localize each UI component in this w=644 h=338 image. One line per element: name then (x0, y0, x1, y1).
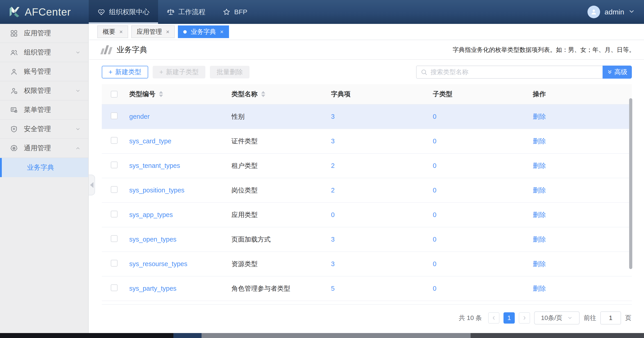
subtype-count-link[interactable]: 0 (433, 211, 436, 218)
row-checkbox[interactable] (111, 260, 118, 266)
user-badge-icon (10, 87, 18, 95)
type-code-link[interactable]: sys_resourse_types (129, 260, 187, 267)
topnav-item-工作流程[interactable]: 工作流程 (158, 0, 214, 24)
page-number-active[interactable]: 1 (504, 312, 515, 323)
type-code-link[interactable]: sys_tenant_types (129, 162, 180, 169)
user-menu[interactable]: admin (588, 0, 644, 24)
row-checkbox[interactable] (111, 137, 118, 144)
tab-概要[interactable]: 概要 × (97, 26, 128, 38)
select-all-checkbox[interactable] (111, 91, 118, 98)
table-scrollbar[interactable] (629, 98, 632, 269)
delete-link[interactable]: 删除 (533, 260, 546, 267)
table-row[interactable]: sys_open_types 页面加载方式 3 0 删除 (102, 227, 632, 252)
table-row[interactable]: sys_resourse_types 资源类型 3 0 删除 (102, 252, 632, 276)
prev-page-button[interactable] (488, 312, 500, 323)
subtype-count-link[interactable]: 0 (433, 113, 436, 120)
search-input[interactable] (416, 66, 602, 79)
goto-label: 前往 (584, 314, 596, 322)
table-row[interactable]: sys_tenant_types 租户类型 2 0 删除 (102, 154, 632, 178)
row-checkbox[interactable] (111, 284, 118, 291)
chevron-down-icon (75, 126, 80, 132)
sort-icon[interactable] (159, 91, 163, 97)
sidebar-item-账号管理[interactable]: 账号管理 (0, 62, 88, 81)
topnav-item-组织权限中心[interactable]: 组织权限中心 (89, 0, 158, 24)
dict-count-link[interactable]: 2 (331, 187, 334, 194)
table-row[interactable]: sys_app_types 应用类型 0 0 删除 (102, 203, 632, 227)
table-row[interactable]: sys_party_types 角色管理参与者类型 5 0 删除 (102, 276, 632, 301)
row-checkbox[interactable] (111, 162, 118, 168)
page-size-select[interactable]: 10条/页 (534, 311, 580, 324)
close-icon[interactable]: × (119, 29, 123, 35)
row-checkbox[interactable] (111, 235, 118, 242)
tab-业务字典[interactable]: 业务字典 × (178, 26, 229, 38)
type-code-link[interactable]: sys_app_types (129, 211, 173, 218)
dict-count-link[interactable]: 0 (331, 211, 334, 218)
sidebar-item-business-dictionary[interactable]: 业务字典 (0, 158, 88, 177)
dict-count-link[interactable]: 2 (331, 162, 334, 169)
type-code-link[interactable]: sys_position_types (129, 187, 184, 194)
scale-icon (167, 8, 175, 16)
pagination: 共 10 条 1 10条/页 前往 页 (89, 305, 644, 324)
table-row[interactable]: sys_position_types 岗位类型 2 0 删除 (102, 178, 632, 203)
column-header-subtypes: 子类型 (433, 90, 533, 99)
brand[interactable]: AFCenter (0, 0, 89, 24)
table-row[interactable]: sys_card_type 证件类型 3 0 删除 (102, 129, 632, 154)
toolbar: + 新建类型 + 新建子类型 批量删除 高级 (89, 60, 644, 79)
delete-link[interactable]: 删除 (533, 113, 546, 120)
heart-icon (97, 8, 106, 16)
column-header-type-name[interactable]: 类型名称 (232, 90, 331, 99)
batch-delete-button[interactable]: 批量删除 (210, 66, 250, 78)
delete-link[interactable]: 删除 (533, 236, 546, 243)
chevron-down-icon (629, 9, 634, 15)
sidebar-item-权限管理[interactable]: 权限管理 (0, 81, 88, 101)
type-name: 岗位类型 (232, 186, 331, 195)
type-code-link[interactable]: sys_card_type (129, 137, 171, 145)
dict-count-link[interactable]: 3 (331, 137, 334, 145)
tab-应用管理[interactable]: 应用管理 × (131, 26, 175, 38)
delete-link[interactable]: 删除 (533, 162, 546, 169)
dict-count-link[interactable]: 3 (331, 260, 334, 267)
type-code-link[interactable]: gender (129, 113, 150, 120)
sidebar-item-菜单管理[interactable]: 菜单管理 (0, 101, 88, 120)
menu-doc-icon (10, 106, 18, 114)
next-page-button[interactable] (519, 312, 530, 323)
delete-link[interactable]: 删除 (533, 137, 546, 145)
app-screen: AFCenter 组织权限中心 工作流程 BFP admin 应用管理 组织管理 (0, 0, 644, 338)
topnav-item-BFP[interactable]: BFP (214, 0, 256, 24)
new-type-button[interactable]: + 新建类型 (102, 66, 148, 78)
dict-count-link[interactable]: 3 (331, 236, 334, 243)
sidebar-item-安全管理[interactable]: 安全管理 (0, 120, 88, 139)
row-checkbox[interactable] (111, 112, 118, 119)
close-icon[interactable]: × (220, 29, 223, 35)
delete-link[interactable]: 删除 (533, 187, 546, 194)
goto-page-input[interactable] (600, 311, 621, 324)
sidebar-item-应用管理[interactable]: 应用管理 (0, 24, 88, 43)
delete-link[interactable]: 删除 (533, 211, 546, 218)
bottom-scrollbar-thumb[interactable] (202, 333, 470, 338)
subtype-count-link[interactable]: 0 (433, 187, 436, 194)
sidebar-item-通用管理[interactable]: 通用管理 (0, 139, 88, 158)
subtype-count-link[interactable]: 0 (433, 260, 436, 267)
page-header: 业务字典 字典指业务化的枚举类型数据项列表。如：男、女；年、月、日等。 (89, 40, 644, 60)
subtype-count-link[interactable]: 0 (433, 236, 436, 243)
type-name: 角色管理参与者类型 (232, 284, 331, 293)
table-row[interactable]: gender 性别 3 0 删除 (102, 105, 632, 129)
row-checkbox[interactable] (111, 186, 118, 193)
dict-count-link[interactable]: 5 (331, 285, 334, 292)
type-code-link[interactable]: sys_party_types (129, 285, 176, 292)
subtype-count-link[interactable]: 0 (433, 137, 436, 145)
subtype-count-link[interactable]: 0 (433, 162, 436, 169)
brand-name: AFCenter (25, 6, 71, 18)
dict-count-link[interactable]: 3 (331, 113, 334, 120)
row-checkbox[interactable] (111, 211, 118, 217)
sidebar-collapse-handle[interactable] (89, 175, 95, 195)
subtype-count-link[interactable]: 0 (433, 285, 436, 292)
column-header-type-code[interactable]: 类型编号 (129, 90, 232, 99)
type-code-link[interactable]: sys_open_types (129, 236, 176, 243)
sidebar-item-组织管理[interactable]: 组织管理 (0, 43, 88, 62)
advanced-button[interactable]: 高级 (602, 66, 632, 79)
delete-link[interactable]: 删除 (533, 285, 546, 292)
sort-icon[interactable] (261, 91, 265, 97)
close-icon[interactable]: × (166, 29, 169, 35)
new-subtype-button[interactable]: + 新建子类型 (153, 66, 206, 78)
